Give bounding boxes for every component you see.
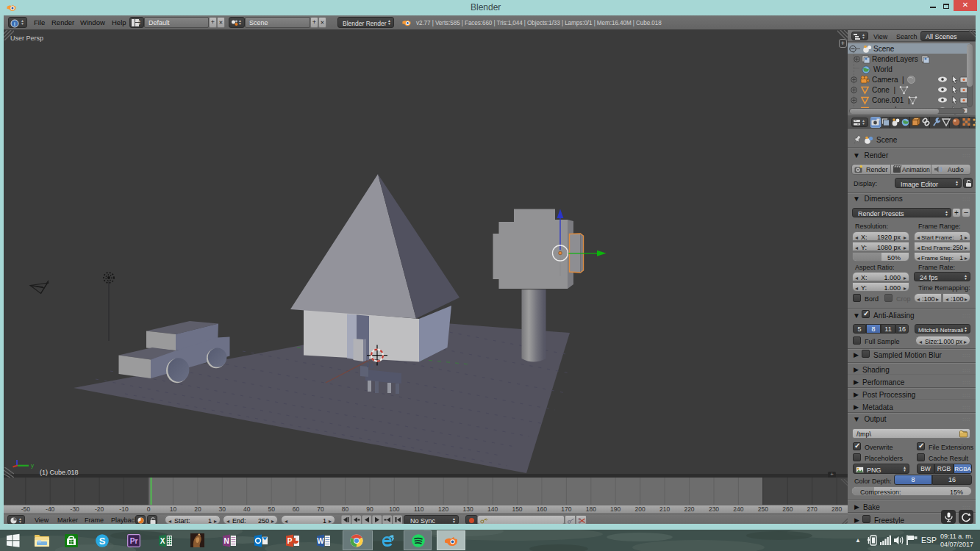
svg-text:X: X bbox=[160, 537, 165, 545]
svg-text:220: 220 bbox=[684, 505, 694, 513]
svg-text:Pr: Pr bbox=[130, 537, 138, 545]
svg-text:100: 100 bbox=[389, 505, 399, 513]
svg-text:150: 150 bbox=[512, 505, 522, 513]
svg-text:10: 10 bbox=[170, 505, 177, 513]
svg-text:180: 180 bbox=[586, 505, 596, 513]
svg-text:120: 120 bbox=[438, 505, 448, 513]
svg-text:y: y bbox=[31, 462, 34, 469]
svg-text:130: 130 bbox=[463, 505, 473, 513]
svg-text:0: 0 bbox=[147, 505, 151, 513]
svg-text:260: 260 bbox=[782, 505, 793, 513]
svg-text:270: 270 bbox=[807, 505, 818, 513]
svg-text:90: 90 bbox=[366, 505, 373, 513]
svg-text:40: 40 bbox=[243, 505, 251, 513]
svg-text:160: 160 bbox=[537, 505, 547, 513]
svg-text:250: 250 bbox=[758, 505, 768, 513]
svg-text:170: 170 bbox=[561, 505, 571, 513]
svg-text:230: 230 bbox=[709, 505, 719, 513]
svg-text:-50: -50 bbox=[21, 505, 31, 513]
svg-text:80: 80 bbox=[342, 505, 349, 513]
svg-text:i: i bbox=[14, 21, 15, 27]
svg-text:280: 280 bbox=[831, 505, 842, 513]
svg-text:60: 60 bbox=[293, 505, 300, 513]
svg-text:190: 190 bbox=[610, 505, 620, 513]
svg-text:20: 20 bbox=[194, 505, 201, 513]
svg-text:50: 50 bbox=[268, 505, 275, 513]
svg-text:S: S bbox=[99, 536, 106, 547]
svg-text:W: W bbox=[317, 537, 324, 545]
svg-text:200: 200 bbox=[635, 505, 645, 513]
svg-text:140: 140 bbox=[487, 505, 498, 513]
svg-text:-30: -30 bbox=[71, 505, 80, 513]
svg-text:30: 30 bbox=[219, 505, 226, 513]
svg-text:N: N bbox=[223, 537, 229, 545]
svg-text:-10: -10 bbox=[119, 505, 129, 513]
svg-text:-40: -40 bbox=[46, 505, 55, 513]
svg-text:240: 240 bbox=[733, 505, 743, 513]
svg-text:110: 110 bbox=[414, 505, 424, 513]
svg-text:70: 70 bbox=[317, 505, 324, 513]
svg-text:-20: -20 bbox=[95, 505, 104, 513]
svg-text:210: 210 bbox=[659, 505, 670, 513]
svg-text:P: P bbox=[287, 537, 293, 545]
